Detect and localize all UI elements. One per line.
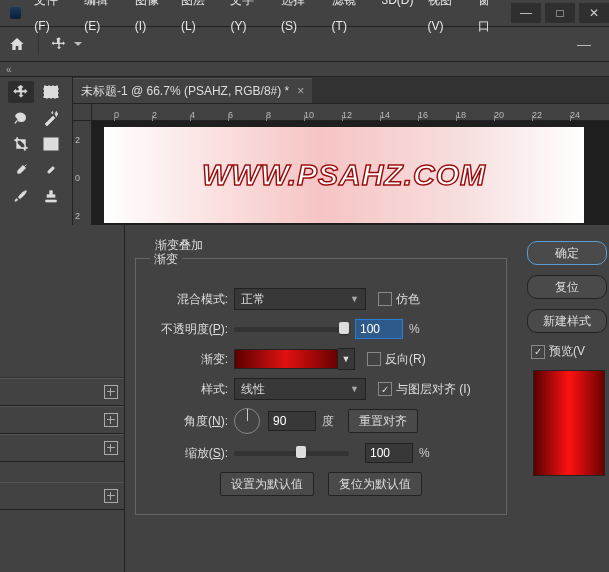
- blend-mode-label: 混合模式:: [148, 291, 228, 308]
- angle-dial[interactable]: [234, 408, 260, 434]
- align-label: 与图层对齐 (I): [396, 381, 471, 398]
- list-row[interactable]: [0, 482, 124, 510]
- svg-rect-4: [47, 166, 55, 174]
- style-select[interactable]: 线性▼: [234, 378, 366, 400]
- scale-input[interactable]: 100: [365, 443, 413, 463]
- scale-label: 缩放(S):: [148, 445, 228, 462]
- move-tool-icon[interactable]: [51, 36, 67, 52]
- reverse-label: 反向(R): [385, 351, 426, 368]
- window-maximize[interactable]: □: [545, 3, 575, 23]
- app-icon: [10, 7, 21, 19]
- document-tab[interactable]: 未标题-1 @ 66.7% (PSAHZ, RGB/8#) * ×: [73, 78, 312, 103]
- dither-checkbox[interactable]: [378, 292, 392, 306]
- menu-filter[interactable]: 滤镜(T): [325, 0, 375, 39]
- healing-tool[interactable]: [38, 159, 64, 181]
- gradient-label: 渐变:: [148, 351, 228, 368]
- angle-label: 角度(N):: [148, 413, 228, 430]
- stamp-tool[interactable]: [38, 185, 64, 207]
- preview-checkbox[interactable]: ✓: [531, 345, 545, 359]
- close-tab-icon[interactable]: ×: [297, 84, 304, 98]
- menu-3d[interactable]: 3D(D): [375, 0, 421, 39]
- styles-list-panel: [0, 225, 125, 572]
- menu-file[interactable]: 文件(F): [27, 0, 77, 39]
- ok-button[interactable]: 确定: [527, 241, 607, 265]
- collapse-panels[interactable]: «: [0, 62, 609, 77]
- preview-label: 预览(V: [549, 343, 585, 360]
- reset-button[interactable]: 复位: [527, 275, 607, 299]
- reset-default-button[interactable]: 复位为默认值: [328, 472, 422, 496]
- canvas[interactable]: WWW.PSAHZ.COM: [92, 121, 609, 225]
- list-row[interactable]: [0, 434, 124, 462]
- menu-type[interactable]: 文字(Y): [223, 0, 274, 39]
- document-tab-title: 未标题-1 @ 66.7% (PSAHZ, RGB/8#) *: [81, 83, 289, 100]
- menu-edit[interactable]: 编辑(E): [77, 0, 128, 39]
- opacity-input[interactable]: 100: [355, 319, 403, 339]
- dither-label: 仿色: [396, 291, 420, 308]
- set-default-button[interactable]: 设置为默认值: [220, 472, 314, 496]
- plus-icon[interactable]: [104, 441, 118, 455]
- svg-rect-0: [44, 86, 58, 98]
- brush-tool[interactable]: [8, 185, 34, 207]
- menu-image[interactable]: 图像(I): [128, 0, 174, 39]
- align-checkbox[interactable]: ✓: [378, 382, 392, 396]
- dialog-section-title: 渐变叠加: [155, 237, 507, 254]
- preview-swatch: [533, 370, 605, 476]
- canvas-text: WWW.PSAHZ.COM: [202, 158, 486, 192]
- ruler-horizontal: 0 2 4 6 8 10 12 14 16 18 20 22 24: [92, 103, 609, 121]
- menubar: 文件(F) 编辑(E) 图像(I) 图层(L) 文字(Y) 选择(S) 滤镜(T…: [0, 0, 609, 27]
- fieldset-legend: 渐变: [150, 251, 182, 268]
- menu-window[interactable]: 窗口: [471, 0, 507, 39]
- dropdown-icon[interactable]: [73, 39, 83, 49]
- move-tool[interactable]: [8, 81, 34, 103]
- reset-align-button[interactable]: 重置对齐: [348, 409, 418, 433]
- artwork: WWW.PSAHZ.COM: [104, 127, 584, 223]
- plus-icon[interactable]: [104, 413, 118, 427]
- opacity-slider[interactable]: [234, 327, 349, 332]
- ruler-corner: [73, 103, 92, 121]
- gradient-preview[interactable]: [234, 349, 338, 369]
- home-icon[interactable]: [8, 36, 26, 52]
- plus-icon[interactable]: [104, 385, 118, 399]
- opt-minimize[interactable]: —: [577, 36, 591, 52]
- new-style-button[interactable]: 新建样式: [527, 309, 607, 333]
- lasso-tool[interactable]: [8, 107, 34, 129]
- toolbox: [0, 77, 73, 225]
- window-minimize[interactable]: —: [511, 3, 541, 23]
- chevron-down-icon: ▼: [350, 294, 359, 304]
- menu-layer[interactable]: 图层(L): [174, 0, 223, 39]
- window-close[interactable]: ✕: [579, 3, 609, 23]
- blend-mode-select[interactable]: 正常▼: [234, 288, 366, 310]
- gradient-dropdown[interactable]: ▼: [338, 348, 355, 370]
- reverse-checkbox[interactable]: [367, 352, 381, 366]
- menu-view[interactable]: 视图(V): [421, 0, 472, 39]
- list-row[interactable]: [0, 406, 124, 434]
- scale-slider[interactable]: [234, 451, 349, 456]
- marquee-tool[interactable]: [38, 81, 64, 103]
- gradient-fieldset: 渐变 混合模式: 正常▼ 仿色 不透明度(P): 100 %: [135, 258, 507, 515]
- menu-select[interactable]: 选择(S): [274, 0, 325, 39]
- list-row[interactable]: [0, 378, 124, 406]
- ruler-vertical: 2 0 2: [73, 121, 92, 225]
- eyedropper-tool[interactable]: [8, 159, 34, 181]
- style-label: 样式:: [148, 381, 228, 398]
- plus-icon[interactable]: [104, 489, 118, 503]
- crop-tool[interactable]: [8, 133, 34, 155]
- magic-wand-tool[interactable]: [38, 107, 64, 129]
- frame-tool[interactable]: [38, 133, 64, 155]
- angle-input[interactable]: 90: [268, 411, 316, 431]
- opacity-label: 不透明度(P):: [148, 321, 228, 338]
- chevron-down-icon: ▼: [350, 384, 359, 394]
